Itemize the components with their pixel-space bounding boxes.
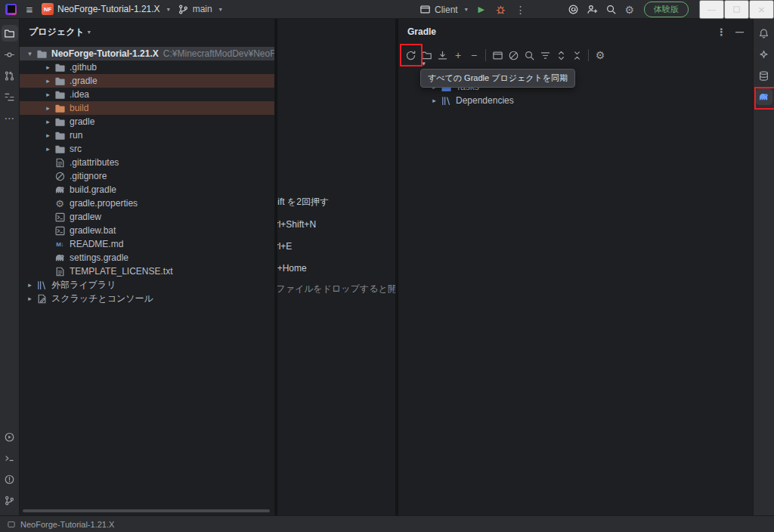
tree-row[interactable]: ▸gradle [20,115,274,128]
left-stripe-bottom [2,422,18,515]
chevron-collapsed-icon[interactable]: ▸ [42,91,54,98]
tree-item-label: run [70,130,82,141]
tree-row[interactable]: ▾NeoForge-Tutorial-1.21.XC:¥MinecraftMod… [20,47,274,60]
tree-row[interactable]: gradlew [20,210,274,224]
chevron-collapsed-icon[interactable]: ▸ [42,118,54,125]
tree-item-label: TEMPLATE_LICENSE.txt [70,266,172,277]
chevron-collapsed-icon[interactable]: ▸ [42,77,54,85]
scratch-icon [36,292,48,305]
pull-requests-tool-button[interactable] [2,67,18,84]
gradle-tree-row[interactable]: ▸Dependencies [398,94,753,107]
add-user-button[interactable] [583,2,602,17]
branch-name: main [193,4,212,14]
chevron-collapsed-icon[interactable]: ▸ [42,145,54,153]
chevron-collapsed-icon[interactable]: ▸ [42,131,54,139]
settings-button[interactable]: ⚙ [621,2,638,17]
git-branch-icon [178,4,189,15]
folder-icon [54,102,66,114]
main-menu-button[interactable]: ≡ [21,2,38,17]
tree-row[interactable]: ▸.idea [20,88,274,101]
library-icon [36,279,48,291]
debug-button[interactable] [491,2,510,17]
close-window-button[interactable]: × [749,0,774,19]
maximize-icon [732,5,741,14]
chevron-collapsed-icon[interactable]: ▸ [429,97,440,104]
chevron-expanded-icon[interactable]: ▾ [418,60,429,67]
chevron-down-icon: ▾ [219,6,222,13]
shortcut-hint-row: ファイルに移動Ctrl+Shift+N [277,213,329,235]
tree-row[interactable]: ▸外部ライブラリ [20,278,274,292]
chevron-collapsed-icon[interactable]: ▸ [24,281,36,289]
maximize-window-button[interactable] [724,0,749,19]
right-stripe-top [756,19,772,107]
horizontal-scrollbar[interactable] [23,509,270,512]
version-control-tool-button[interactable] [2,492,18,509]
folder-icon [54,61,66,73]
folder-icon [54,129,66,141]
search-everywhere-button[interactable] [602,2,621,17]
tree-row[interactable]: gradlew.bat [20,224,274,237]
notifications-button[interactable] [756,25,772,42]
gradle-tree: ▾▸Tasks▸Dependencies [398,19,753,515]
gradle-tool-button[interactable] [756,88,772,105]
run-tool-button[interactable] [2,428,18,445]
project-tool-button[interactable] [2,25,18,42]
problems-tool-button[interactable] [2,471,18,487]
tree-row[interactable]: ⚙gradle.properties [20,196,274,210]
tree-item-label: .gradle [70,76,98,86]
chevron-collapsed-icon[interactable]: ▸ [42,63,54,71]
tree-row[interactable]: build.gradle [20,183,274,196]
trial-badge[interactable]: 体験版 [644,2,689,17]
more-actions-button[interactable]: ⋮ [512,2,530,17]
run-button[interactable]: ▶ [473,2,490,17]
tree-row[interactable]: TEMPLATE_LICENSE.txt [20,264,274,278]
version-control-icon [4,495,15,506]
gradle-tool-window: Gradle ⋮ — +−⚙ ▾▸Tasks▸Dependencies すべての… [398,19,753,515]
minimize-window-button[interactable]: — [699,0,724,19]
run-configuration-selector[interactable]: Client ▾ [416,2,472,17]
tree-row[interactable]: M↓README.md [20,237,274,251]
status-project-name[interactable]: NeoForge-Tutorial-1.21.X [20,520,114,529]
code-with-me-button[interactable] [564,2,583,17]
project-selector[interactable]: NF NeoForge-Tutorial-1.21.X ▾ [38,2,174,17]
left-tool-stripe: ⋯ [0,19,20,515]
terminal-tool-button[interactable] [2,450,18,466]
project-panel-header[interactable]: プロジェクト ▾ [20,19,274,45]
tree-item-label: gradlew [70,212,101,222]
chevron-down-icon: ▾ [88,29,91,36]
chevron-collapsed-icon[interactable]: ▸ [42,104,54,112]
tree-row[interactable]: .gitignore [20,169,274,183]
console-icon [54,224,66,237]
editor-area: どこでも検索Shift を2回押すファイルに移動Ctrl+Shift+N最近使用… [277,19,395,515]
more-tool-windows-button[interactable]: ⋯ [2,110,18,126]
chevron-collapsed-icon[interactable]: ▸ [24,295,36,302]
tree-row[interactable]: ▸build [20,101,274,115]
commit-tool-button[interactable] [2,46,18,63]
project-name: NeoForge-Tutorial-1.21.X [57,4,160,14]
tree-row[interactable]: ▸.github [20,60,274,74]
folder-icon [54,116,66,128]
tree-row[interactable]: ▸src [20,142,274,156]
gear-file-icon: ⚙ [54,197,66,209]
gear-icon: ⚙ [624,5,634,15]
titlebar-left-group: ≡ NF NeoForge-Tutorial-1.21.X ▾ main ▾ [0,2,226,17]
hint-shortcut: Ctrl+E [277,235,329,257]
module-icon [6,519,16,529]
status-bar: NeoForge-Tutorial-1.21.X [0,515,774,532]
tree-row[interactable]: settings.gradle [20,251,274,264]
tree-row[interactable]: ▸run [20,128,274,142]
structure-tool-button[interactable] [2,88,18,105]
tree-row[interactable]: .gitattributes [20,156,274,169]
circle-slash-icon [54,170,66,182]
hint-shortcut: Shift を2回押す [277,191,329,213]
sync-tooltip: すべての Gradle プロジェクトを同期 [420,69,575,88]
chevron-expanded-icon[interactable]: ▾ [24,50,36,57]
branch-selector[interactable]: main ▾ [174,2,226,17]
tree-item-label: settings.gradle [70,252,128,263]
hint-shortcut: Ctrl+Shift+N [277,213,329,235]
tree-row[interactable]: ▸スクラッチとコンソール [20,292,274,305]
tree-row[interactable]: ▸.gradle [20,74,274,88]
database-tool-button[interactable] [756,67,772,84]
play-icon: ▶ [478,5,484,14]
assistant-tool-button[interactable] [756,46,772,63]
